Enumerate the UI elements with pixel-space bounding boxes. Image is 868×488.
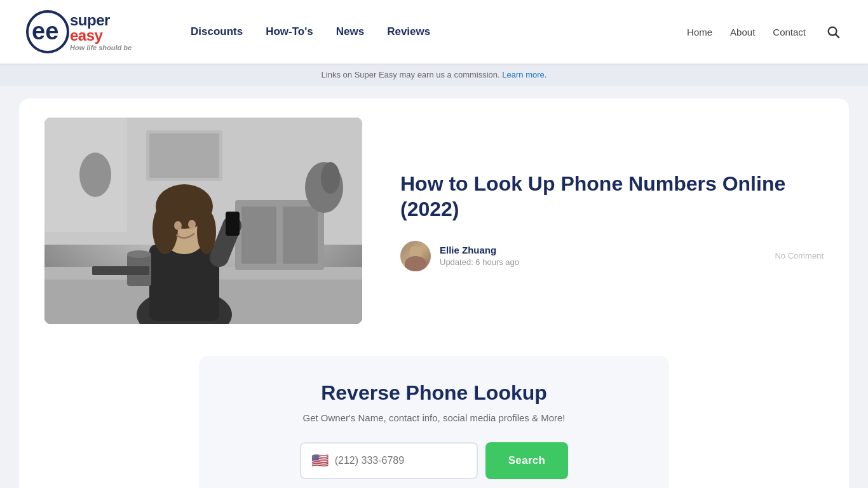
- article-header: How to Look Up Phone Numbers Online (202…: [19, 98, 849, 343]
- svg-point-12: [321, 162, 340, 194]
- svg-rect-18: [149, 245, 219, 321]
- hero-image-svg: [44, 118, 362, 324]
- article-image: [44, 118, 362, 324]
- learn-more-link[interactable]: Learn more.: [502, 70, 546, 79]
- search-form: 🇺🇸 Search: [231, 442, 637, 479]
- svg-rect-20: [226, 212, 240, 236]
- svg-line-3: [836, 34, 839, 37]
- svg-text:ee: ee: [32, 18, 58, 44]
- main-card: How to Look Up Phone Numbers Online (202…: [19, 98, 849, 488]
- nav-contact[interactable]: Contact: [773, 27, 806, 37]
- logo-easy: easy: [70, 27, 102, 44]
- search-toggle-button[interactable]: [824, 22, 843, 41]
- svg-point-24: [197, 210, 216, 254]
- primary-nav: Discounts How-To's News Reviews: [191, 25, 430, 38]
- svg-rect-15: [149, 133, 219, 178]
- logo-text: super easy How life should be: [70, 13, 132, 51]
- svg-point-26: [188, 220, 196, 229]
- commission-text: Links on Super Easy may earn us a commis…: [322, 70, 503, 79]
- logo-icon: ee: [25, 10, 70, 54]
- commission-banner: Links on Super Easy may earn us a commis…: [0, 64, 868, 86]
- nav-howtos[interactable]: How-To's: [266, 25, 313, 38]
- svg-point-23: [153, 203, 178, 254]
- article-title: How to Look Up Phone Numbers Online (202…: [400, 171, 824, 222]
- widget-section: Reverse Phone Lookup Get Owner's Name, c…: [19, 343, 849, 488]
- search-icon: [826, 25, 840, 39]
- svg-point-28: [127, 250, 151, 258]
- lookup-widget: Reverse Phone Lookup Get Owner's Name, c…: [199, 356, 669, 488]
- nav-reviews[interactable]: Reviews: [387, 25, 430, 38]
- comment-count: No Comment: [775, 251, 824, 261]
- updated-time: Updated: 6 hours ago: [440, 257, 519, 267]
- author-details: Ellie Zhuang Updated: 6 hours ago: [440, 245, 519, 267]
- phone-input[interactable]: [335, 455, 466, 466]
- author-row: Ellie Zhuang Updated: 6 hours ago No Com…: [400, 241, 824, 271]
- author-name: Ellie Zhuang: [440, 245, 519, 255]
- nav-discounts[interactable]: Discounts: [191, 25, 243, 38]
- flag-icon: 🇺🇸: [311, 452, 329, 469]
- widget-title: Reverse Phone Lookup: [231, 381, 637, 405]
- logo-tagline-emphasis: should: [98, 44, 121, 51]
- svg-rect-29: [92, 266, 149, 275]
- nav-about[interactable]: About: [730, 27, 755, 37]
- nav-home[interactable]: Home: [687, 27, 712, 37]
- svg-rect-16: [44, 118, 127, 232]
- nav-news[interactable]: News: [336, 25, 364, 38]
- svg-rect-10: [283, 207, 318, 264]
- secondary-nav: Home About Contact: [687, 22, 843, 41]
- site-header: ee super easy How life should be Discoun…: [0, 0, 868, 64]
- phone-input-wrapper: 🇺🇸: [300, 442, 478, 479]
- article-content: How to Look Up Phone Numbers Online (202…: [400, 171, 824, 271]
- search-button[interactable]: Search: [485, 442, 569, 479]
- svg-rect-9: [241, 207, 276, 264]
- logo[interactable]: ee super easy How life should be: [25, 10, 140, 54]
- widget-subtitle: Get Owner's Name, contact info, social m…: [231, 412, 637, 423]
- logo-super: super: [70, 11, 110, 29]
- author-info: Ellie Zhuang Updated: 6 hours ago: [400, 241, 519, 271]
- svg-point-25: [174, 221, 182, 230]
- logo-tagline: How life should be: [70, 44, 132, 51]
- avatar: [400, 241, 431, 271]
